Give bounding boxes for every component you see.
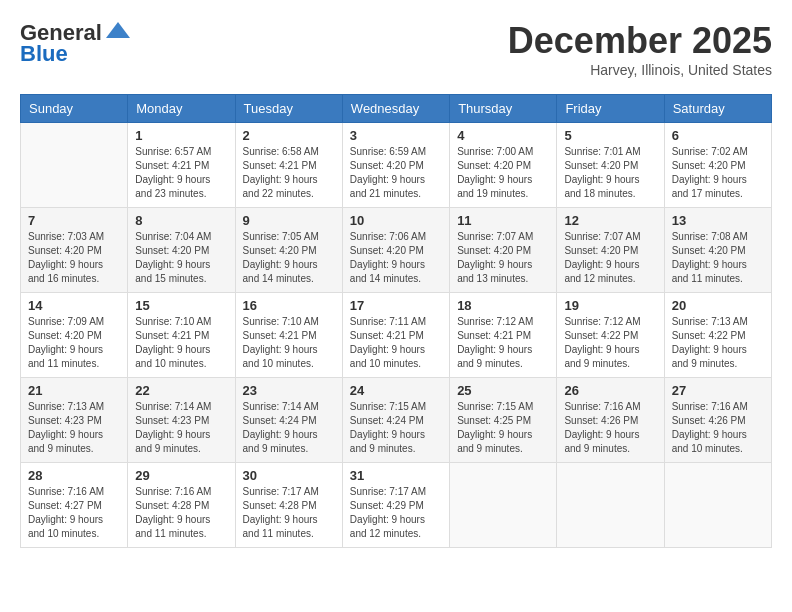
day-info: Sunrise: 7:14 AM Sunset: 4:23 PM Dayligh…: [135, 400, 227, 456]
page-header: General Blue December 2025 Harvey, Illin…: [20, 20, 772, 78]
calendar-cell: 2Sunrise: 6:58 AM Sunset: 4:21 PM Daylig…: [235, 123, 342, 208]
day-number: 1: [135, 128, 227, 143]
day-info: Sunrise: 7:10 AM Sunset: 4:21 PM Dayligh…: [135, 315, 227, 371]
month-title: December 2025: [508, 20, 772, 62]
day-info: Sunrise: 7:16 AM Sunset: 4:26 PM Dayligh…: [564, 400, 656, 456]
calendar-cell: 15Sunrise: 7:10 AM Sunset: 4:21 PM Dayli…: [128, 293, 235, 378]
day-number: 9: [243, 213, 335, 228]
day-number: 28: [28, 468, 120, 483]
day-number: 29: [135, 468, 227, 483]
calendar-cell: 16Sunrise: 7:10 AM Sunset: 4:21 PM Dayli…: [235, 293, 342, 378]
calendar-cell: 30Sunrise: 7:17 AM Sunset: 4:28 PM Dayli…: [235, 463, 342, 548]
day-info: Sunrise: 7:15 AM Sunset: 4:25 PM Dayligh…: [457, 400, 549, 456]
week-row-3: 14Sunrise: 7:09 AM Sunset: 4:20 PM Dayli…: [21, 293, 772, 378]
day-info: Sunrise: 6:58 AM Sunset: 4:21 PM Dayligh…: [243, 145, 335, 201]
day-number: 4: [457, 128, 549, 143]
day-info: Sunrise: 7:16 AM Sunset: 4:28 PM Dayligh…: [135, 485, 227, 541]
day-number: 24: [350, 383, 442, 398]
calendar-cell: [557, 463, 664, 548]
calendar-cell: 4Sunrise: 7:00 AM Sunset: 4:20 PM Daylig…: [450, 123, 557, 208]
logo: General Blue: [20, 20, 132, 67]
week-row-5: 28Sunrise: 7:16 AM Sunset: 4:27 PM Dayli…: [21, 463, 772, 548]
column-header-saturday: Saturday: [664, 95, 771, 123]
calendar-cell: 8Sunrise: 7:04 AM Sunset: 4:20 PM Daylig…: [128, 208, 235, 293]
calendar-cell: 26Sunrise: 7:16 AM Sunset: 4:26 PM Dayli…: [557, 378, 664, 463]
calendar-cell: 27Sunrise: 7:16 AM Sunset: 4:26 PM Dayli…: [664, 378, 771, 463]
logo-blue-text: Blue: [20, 41, 68, 67]
day-number: 5: [564, 128, 656, 143]
day-number: 15: [135, 298, 227, 313]
column-header-sunday: Sunday: [21, 95, 128, 123]
week-row-4: 21Sunrise: 7:13 AM Sunset: 4:23 PM Dayli…: [21, 378, 772, 463]
calendar-cell: 25Sunrise: 7:15 AM Sunset: 4:25 PM Dayli…: [450, 378, 557, 463]
calendar-cell: 6Sunrise: 7:02 AM Sunset: 4:20 PM Daylig…: [664, 123, 771, 208]
calendar-cell: [450, 463, 557, 548]
svg-marker-0: [106, 22, 130, 38]
day-info: Sunrise: 7:10 AM Sunset: 4:21 PM Dayligh…: [243, 315, 335, 371]
column-header-wednesday: Wednesday: [342, 95, 449, 123]
day-info: Sunrise: 7:13 AM Sunset: 4:22 PM Dayligh…: [672, 315, 764, 371]
day-number: 25: [457, 383, 549, 398]
calendar-cell: 20Sunrise: 7:13 AM Sunset: 4:22 PM Dayli…: [664, 293, 771, 378]
calendar-cell: 22Sunrise: 7:14 AM Sunset: 4:23 PM Dayli…: [128, 378, 235, 463]
day-number: 27: [672, 383, 764, 398]
day-number: 7: [28, 213, 120, 228]
column-header-monday: Monday: [128, 95, 235, 123]
day-info: Sunrise: 7:01 AM Sunset: 4:20 PM Dayligh…: [564, 145, 656, 201]
calendar-cell: 24Sunrise: 7:15 AM Sunset: 4:24 PM Dayli…: [342, 378, 449, 463]
calendar-cell: 5Sunrise: 7:01 AM Sunset: 4:20 PM Daylig…: [557, 123, 664, 208]
calendar-cell: 19Sunrise: 7:12 AM Sunset: 4:22 PM Dayli…: [557, 293, 664, 378]
day-number: 18: [457, 298, 549, 313]
day-info: Sunrise: 7:16 AM Sunset: 4:27 PM Dayligh…: [28, 485, 120, 541]
calendar-cell: 21Sunrise: 7:13 AM Sunset: 4:23 PM Dayli…: [21, 378, 128, 463]
day-info: Sunrise: 7:02 AM Sunset: 4:20 PM Dayligh…: [672, 145, 764, 201]
day-info: Sunrise: 7:11 AM Sunset: 4:21 PM Dayligh…: [350, 315, 442, 371]
day-number: 3: [350, 128, 442, 143]
day-info: Sunrise: 7:06 AM Sunset: 4:20 PM Dayligh…: [350, 230, 442, 286]
calendar-cell: 28Sunrise: 7:16 AM Sunset: 4:27 PM Dayli…: [21, 463, 128, 548]
day-number: 23: [243, 383, 335, 398]
day-number: 16: [243, 298, 335, 313]
calendar-cell: 9Sunrise: 7:05 AM Sunset: 4:20 PM Daylig…: [235, 208, 342, 293]
week-row-2: 7Sunrise: 7:03 AM Sunset: 4:20 PM Daylig…: [21, 208, 772, 293]
day-number: 10: [350, 213, 442, 228]
day-number: 19: [564, 298, 656, 313]
day-info: Sunrise: 7:17 AM Sunset: 4:28 PM Dayligh…: [243, 485, 335, 541]
day-info: Sunrise: 7:00 AM Sunset: 4:20 PM Dayligh…: [457, 145, 549, 201]
day-info: Sunrise: 7:04 AM Sunset: 4:20 PM Dayligh…: [135, 230, 227, 286]
calendar-cell: 11Sunrise: 7:07 AM Sunset: 4:20 PM Dayli…: [450, 208, 557, 293]
calendar-header-row: SundayMondayTuesdayWednesdayThursdayFrid…: [21, 95, 772, 123]
day-number: 11: [457, 213, 549, 228]
calendar-cell: 23Sunrise: 7:14 AM Sunset: 4:24 PM Dayli…: [235, 378, 342, 463]
day-number: 30: [243, 468, 335, 483]
day-info: Sunrise: 7:03 AM Sunset: 4:20 PM Dayligh…: [28, 230, 120, 286]
column-header-thursday: Thursday: [450, 95, 557, 123]
day-info: Sunrise: 7:05 AM Sunset: 4:20 PM Dayligh…: [243, 230, 335, 286]
calendar-cell: 13Sunrise: 7:08 AM Sunset: 4:20 PM Dayli…: [664, 208, 771, 293]
week-row-1: 1Sunrise: 6:57 AM Sunset: 4:21 PM Daylig…: [21, 123, 772, 208]
column-header-tuesday: Tuesday: [235, 95, 342, 123]
day-number: 2: [243, 128, 335, 143]
day-info: Sunrise: 7:14 AM Sunset: 4:24 PM Dayligh…: [243, 400, 335, 456]
day-info: Sunrise: 7:08 AM Sunset: 4:20 PM Dayligh…: [672, 230, 764, 286]
day-info: Sunrise: 7:09 AM Sunset: 4:20 PM Dayligh…: [28, 315, 120, 371]
day-number: 8: [135, 213, 227, 228]
day-number: 22: [135, 383, 227, 398]
day-number: 6: [672, 128, 764, 143]
day-info: Sunrise: 7:07 AM Sunset: 4:20 PM Dayligh…: [564, 230, 656, 286]
calendar-cell: 10Sunrise: 7:06 AM Sunset: 4:20 PM Dayli…: [342, 208, 449, 293]
calendar-cell: 14Sunrise: 7:09 AM Sunset: 4:20 PM Dayli…: [21, 293, 128, 378]
day-info: Sunrise: 6:57 AM Sunset: 4:21 PM Dayligh…: [135, 145, 227, 201]
calendar-cell: 17Sunrise: 7:11 AM Sunset: 4:21 PM Dayli…: [342, 293, 449, 378]
day-info: Sunrise: 7:07 AM Sunset: 4:20 PM Dayligh…: [457, 230, 549, 286]
calendar-table: SundayMondayTuesdayWednesdayThursdayFrid…: [20, 94, 772, 548]
calendar-cell: 7Sunrise: 7:03 AM Sunset: 4:20 PM Daylig…: [21, 208, 128, 293]
day-number: 21: [28, 383, 120, 398]
logo-icon: [104, 20, 132, 40]
calendar-cell: 18Sunrise: 7:12 AM Sunset: 4:21 PM Dayli…: [450, 293, 557, 378]
calendar-cell: 31Sunrise: 7:17 AM Sunset: 4:29 PM Dayli…: [342, 463, 449, 548]
location-text: Harvey, Illinois, United States: [508, 62, 772, 78]
day-info: Sunrise: 7:12 AM Sunset: 4:22 PM Dayligh…: [564, 315, 656, 371]
day-number: 13: [672, 213, 764, 228]
calendar-cell: [664, 463, 771, 548]
